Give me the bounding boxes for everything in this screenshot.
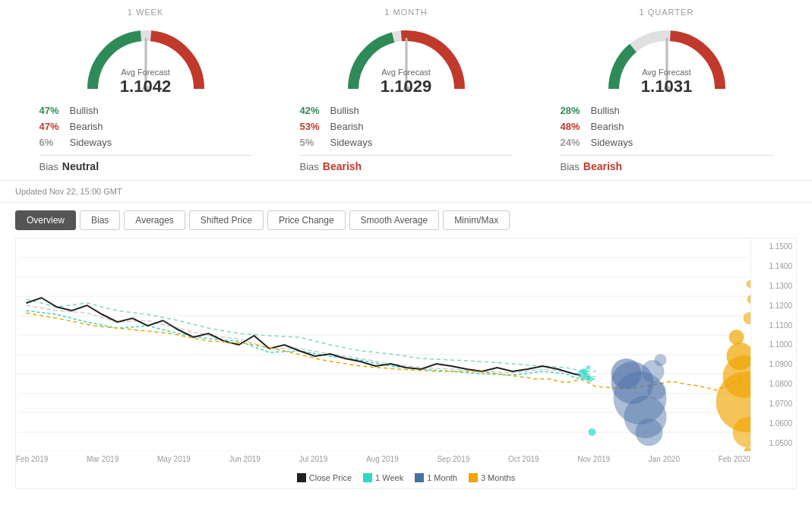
updated-bar: Updated Nov 22, 15:00 GMT <box>0 181 812 203</box>
x-axis-label: Oct 2019 <box>508 455 539 463</box>
legend-item-black: Close Price <box>297 473 352 482</box>
legend-label-orange: 3 Months <box>481 473 515 482</box>
svg-point-30 <box>655 354 667 366</box>
gauge-month: Avg Forecast 1.1029 <box>338 21 475 96</box>
svg-point-38 <box>747 280 751 288</box>
svg-point-29 <box>648 381 666 400</box>
y-axis: 1.15001.14001.13001.12001.11001.10001.09… <box>750 238 796 451</box>
svg-point-20 <box>586 365 591 370</box>
legend-label-teal: 1 Week <box>375 473 403 482</box>
y-axis-label: 1.1100 <box>769 321 792 330</box>
svg-point-21 <box>587 376 593 382</box>
card-period-quarter: 1 QUARTER <box>640 8 694 17</box>
legend-color-orange <box>469 473 478 482</box>
x-axis-label: Aug 2019 <box>366 455 399 463</box>
svg-point-22 <box>589 428 596 436</box>
stats-quarter: 28% Bullish 48% Bearish 24% Sideways Bia… <box>553 103 781 172</box>
tabs-bar: OverviewBiasAveragesShifted PricePrice C… <box>0 203 812 238</box>
legend-item-navy: 1 Month <box>415 473 457 482</box>
x-axis-label: Mar 2019 <box>87 455 118 463</box>
legend-item-orange: 3 Months <box>469 473 515 482</box>
legend-color-teal <box>363 473 372 482</box>
legend-bar: Close Price 1 Week 1 Month 3 Months <box>16 467 796 488</box>
x-axis-label: Jun 2019 <box>229 455 261 463</box>
card-period-month: 1 MONTH <box>384 8 428 17</box>
svg-point-31 <box>729 330 744 345</box>
y-axis-label: 1.0700 <box>769 400 792 408</box>
tab-minim-max[interactable]: Minim/Max <box>443 210 510 230</box>
forecast-cards-section: 1 WEEK Avg Forecast 1.1042 47% Bullis <box>0 0 812 181</box>
updated-text: Updated Nov 22, 15:00 GMT <box>15 187 122 196</box>
y-axis-label: 1.0800 <box>769 380 792 388</box>
y-axis-label: 1.0600 <box>769 419 792 428</box>
stats-week: 47% Bullish 47% Bearish 6% Sideways Bias… <box>32 103 260 172</box>
x-axis-labels: Feb 2019Mar 2019May 2019Jun 2019Jul 2019… <box>16 451 750 467</box>
svg-point-39 <box>744 447 751 451</box>
chart-wrapper: 1.15001.14001.13001.12001.11001.10001.09… <box>15 238 797 489</box>
card-period-week: 1 WEEK <box>128 8 164 17</box>
forecast-card-quarter: 1 QUARTER Avg Forecast 1.1031 28% Bul <box>553 8 781 172</box>
chart-svg <box>16 238 750 451</box>
tab-overview[interactable]: Overview <box>15 210 76 230</box>
y-axis-label: 1.1300 <box>769 282 792 290</box>
tab-price-change[interactable]: Price Change <box>267 210 346 230</box>
forecast-card-week: 1 WEEK Avg Forecast 1.1042 47% Bullis <box>32 8 260 172</box>
stats-month: 42% Bullish 53% Bearish 5% Sideways Bias… <box>292 103 520 172</box>
x-axis-label: Feb 2019 <box>16 455 48 463</box>
x-axis-label: Jul 2019 <box>299 455 327 463</box>
y-axis-label: 1.0500 <box>769 439 792 447</box>
gauge-quarter: Avg Forecast 1.1031 <box>599 21 735 96</box>
y-axis-label: 1.1400 <box>769 262 792 270</box>
chart-main <box>16 238 750 451</box>
y-axis-label: 1.1200 <box>769 302 792 310</box>
legend-label-black: Close Price <box>309 473 352 482</box>
legend-color-black <box>297 473 306 482</box>
legend-color-navy <box>415 473 424 482</box>
x-axis-label: Sep 2019 <box>437 455 469 463</box>
tab-shifted-price[interactable]: Shifted Price <box>189 210 264 230</box>
y-axis-label: 1.0900 <box>769 360 792 368</box>
svg-point-36 <box>744 312 751 324</box>
y-axis-label: 1.1000 <box>769 340 792 349</box>
legend-item-teal: 1 Week <box>363 473 403 482</box>
tab-averages[interactable]: Averages <box>124 210 185 230</box>
x-axis-label: Nov 2019 <box>577 455 610 463</box>
tab-bias[interactable]: Bias <box>80 210 120 230</box>
gauge-week: Avg Forecast 1.1042 <box>77 21 214 96</box>
legend-label-navy: 1 Month <box>427 473 457 482</box>
x-axis-label: May 2019 <box>157 455 191 463</box>
forecast-card-month: 1 MONTH Avg Forecast 1.1029 42% Bulli <box>292 8 520 172</box>
y-axis-label: 1.1500 <box>769 242 792 251</box>
x-axis-label: Feb 2020 <box>719 455 750 463</box>
tab-smooth-average[interactable]: Smooth Average <box>349 210 440 230</box>
svg-point-27 <box>636 419 663 446</box>
x-axis-label: Jan 2020 <box>649 455 680 463</box>
